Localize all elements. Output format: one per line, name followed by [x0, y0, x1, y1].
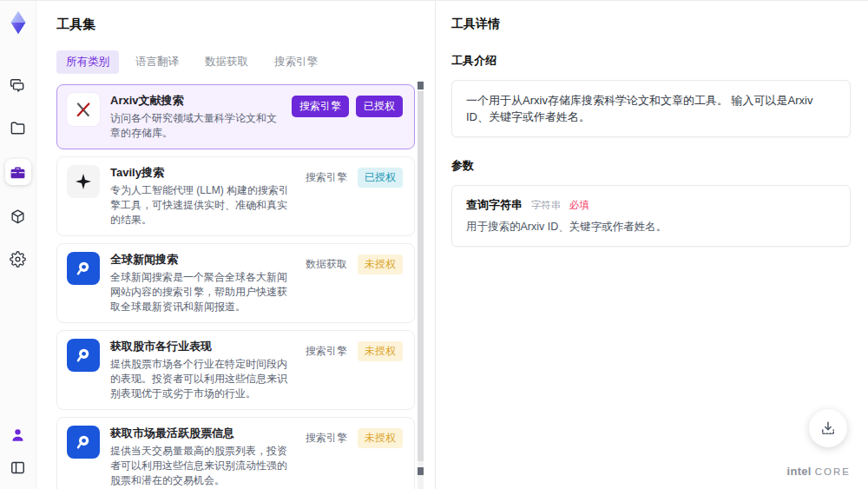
stock-sector-icon: [67, 339, 100, 372]
tool-description: 提供当天交易量最高的股票列表，投资者可以利用这些信息来识别流动性强的股票和潜在的…: [110, 444, 292, 488]
tool-list: Arxiv文献搜索 访问各个研究领域大量科学论文和文章的存储库。 搜索引擎 已授…: [56, 84, 415, 489]
param-name: 查询字符串: [466, 198, 523, 211]
param-description: 用于搜索的Arxiv ID、关键字或作者姓名。: [466, 220, 836, 235]
auth-status-badge: 已授权: [356, 96, 403, 117]
app-logo: [5, 10, 31, 36]
sidebar-bottom: [7, 423, 30, 479]
scrollbar-thumb[interactable]: [418, 91, 424, 461]
sidebar-nav: [5, 74, 31, 270]
tool-list-item[interactable]: Arxiv文献搜索 访问各个研究领域大量科学论文和文章的存储库。 搜索引擎 已授…: [56, 84, 415, 149]
tool-list-item[interactable]: 获取股市各行业表现 提供股票市场各个行业在特定时间段内的表现。投资者可以利用这些…: [56, 330, 415, 410]
brand-core: core: [815, 466, 851, 477]
list-scrollbar[interactable]: [418, 81, 424, 489]
intro-box: 一个用于从Arxiv存储库搜索科学论文和文章的工具。 输入可以是Arxiv ID…: [451, 80, 851, 137]
tool-name: Arxiv文献搜索: [110, 94, 281, 108]
global-news-icon: [67, 252, 100, 285]
tool-list-item[interactable]: 全球新闻搜索 全球新闻搜索是一个聚合全球各大新闻网站内容的搜索引擎，帮助用户快速…: [56, 243, 415, 323]
tool-description: 专为人工智能代理 (LLM) 构建的搜索引擎工具，可快速提供实时、准确和真实的结…: [110, 183, 292, 228]
panel-toggle-icon[interactable]: [7, 456, 30, 479]
detail-panel: 工具详情 工具介绍 一个用于从Arxiv存储库搜索科学论文和文章的工具。 输入可…: [436, 1, 868, 489]
app-window: 工具集 所有类别 语言翻译 数据获取 搜索引擎 Arxiv文献搜索 访问各个研究…: [0, 0, 868, 489]
tool-list-item[interactable]: 获取市场最活跃股票信息 提供当天交易量最高的股票列表，投资者可以利用这些信息来识…: [56, 417, 415, 489]
category-badge: 搜索引擎: [302, 428, 351, 448]
param-type: 字符串: [531, 200, 562, 210]
category-tab-0[interactable]: 所有类别: [56, 50, 119, 74]
scrollbar-bottom-arrow[interactable]: [418, 467, 424, 475]
tool-description: 访问各个研究领域大量科学论文和文章的存储库。: [110, 111, 281, 141]
tools-panel: 工具集 所有类别 语言翻译 数据获取 搜索引擎 Arxiv文献搜索 访问各个研究…: [36, 1, 436, 489]
param-required-badge: 必填: [569, 200, 589, 210]
tool-list-item[interactable]: Tavily搜索 专为人工智能代理 (LLM) 构建的搜索引擎工具，可快速提供实…: [56, 156, 415, 236]
scrollbar-top-arrow[interactable]: [418, 82, 424, 89]
tool-name: 全球新闻搜索: [110, 253, 292, 267]
auth-status-badge: 未授权: [358, 341, 403, 361]
briefcase-icon[interactable]: [5, 159, 31, 185]
tavily-icon: [67, 165, 100, 198]
page-title: 工具集: [56, 17, 435, 33]
stock-active-icon: [67, 426, 100, 459]
chat-icon[interactable]: [7, 74, 30, 96]
detail-title: 工具详情: [451, 17, 851, 32]
folder-icon[interactable]: [7, 116, 30, 139]
auth-status-badge: 未授权: [358, 428, 403, 448]
tool-name: 获取股市各行业表现: [110, 340, 292, 354]
tool-description: 全球新闻搜索是一个聚合全球各大新闻网站内容的搜索引擎，帮助用户快速获取全球最新资…: [110, 270, 292, 314]
tool-name: 获取市场最活跃股票信息: [110, 426, 292, 440]
auth-status-badge: 已授权: [358, 168, 403, 188]
arxiv-icon: [67, 93, 100, 126]
user-icon[interactable]: [7, 423, 30, 446]
gear-icon[interactable]: [7, 248, 30, 270]
intro-heading: 工具介绍: [451, 53, 851, 69]
param-box: 查询字符串 字符串 必填 用于搜索的Arxiv ID、关键字或作者姓名。: [451, 185, 851, 247]
category-tab-1[interactable]: 语言翻译: [126, 50, 188, 74]
category-badge: 搜索引擎: [302, 341, 351, 361]
cube-icon[interactable]: [7, 205, 30, 228]
category-tabs: 所有类别 语言翻译 数据获取 搜索引擎: [56, 50, 435, 74]
category-badge: 搜索引擎: [292, 96, 349, 117]
download-button[interactable]: [809, 409, 847, 447]
intel-core-logo: intel core: [787, 465, 851, 478]
auth-status-badge: 未授权: [358, 254, 403, 274]
brand-intel: intel: [787, 465, 812, 478]
tool-description: 提供股票市场各个行业在特定时间段内的表现。投资者可以利用这些信息来识别表现优于或…: [110, 357, 292, 401]
category-badge: 数据获取: [302, 254, 351, 274]
category-tab-3[interactable]: 搜索引擎: [265, 50, 327, 74]
category-badge: 搜索引擎: [302, 168, 351, 188]
tool-name: Tavily搜索: [110, 166, 292, 180]
category-tab-2[interactable]: 数据获取: [195, 50, 258, 74]
intro-text: 一个用于从Arxiv存储库搜索科学论文和文章的工具。 输入可以是Arxiv ID…: [466, 92, 836, 125]
sidebar: [0, 1, 36, 489]
params-heading: 参数: [451, 158, 851, 174]
